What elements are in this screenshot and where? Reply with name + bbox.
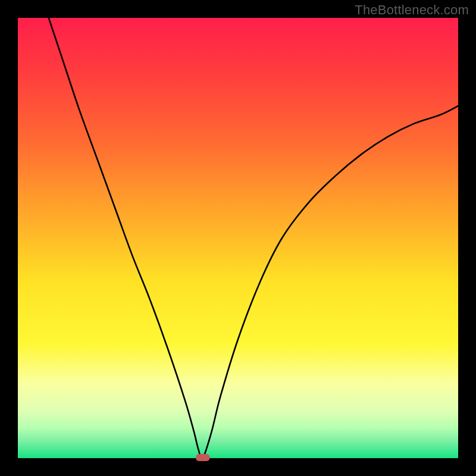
gradient-background [18, 18, 458, 458]
bottleneck-plot [0, 0, 476, 476]
chart-frame: TheBottleneck.com [0, 0, 476, 476]
watermark-text: TheBottleneck.com [355, 2, 469, 18]
optimal-point-marker [196, 454, 210, 461]
